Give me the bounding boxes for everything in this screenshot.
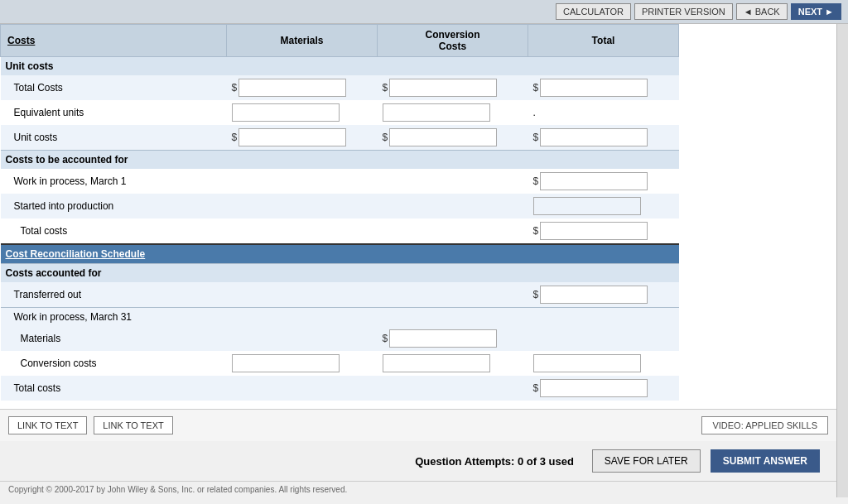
- unit-costs-conversion-cell: $: [378, 125, 528, 151]
- transferred-total-cell: $: [528, 282, 679, 308]
- bottom-links-bar: LINK TO TEXT LINK TO TEXT VIDEO: APPLIED…: [0, 409, 836, 441]
- video-applied-skills-button[interactable]: VIDEO: APPLIED SKILLS: [701, 416, 828, 434]
- total-costs-bottom-label: Total costs: [1, 376, 227, 401]
- unit-costs-total-input[interactable]: [540, 128, 648, 146]
- costs-to-account-section-header: Costs to be accounted for: [1, 151, 679, 170]
- total-costs-materials-input[interactable]: [238, 79, 346, 97]
- materials-sub-label: Materials: [1, 326, 227, 351]
- equivalent-units-conversion-cell: [378, 100, 528, 125]
- equivalent-units-materials-input[interactable]: [232, 103, 340, 122]
- total-costs-total-cell: $: [528, 75, 679, 100]
- cost-table: Costs Materials ConversionCosts Total Un…: [0, 24, 679, 401]
- started-into-production-row: Started into production: [1, 194, 679, 218]
- dollar-sign-11: $: [533, 382, 539, 394]
- work-in-process-march1-row: Work in process, March 1 $: [1, 169, 679, 194]
- printer-version-button[interactable]: PRINTER VERSION: [634, 3, 733, 20]
- unit-costs-materials-input[interactable]: [238, 128, 346, 146]
- transferred-out-label: Transferred out: [1, 282, 227, 308]
- table-header-row: Costs Materials ConversionCosts Total: [1, 25, 679, 57]
- total-costs-total-input[interactable]: [540, 79, 648, 97]
- back-button[interactable]: ◄ BACK: [736, 3, 788, 20]
- cost-reconciliation-header: Cost Reconciliation Schedule: [1, 244, 679, 264]
- dollar-sign-10: $: [383, 333, 388, 344]
- wip-march1-total-input[interactable]: [540, 172, 648, 190]
- wip-march1-materials-cell: [227, 169, 378, 194]
- materials-header: Materials: [227, 25, 378, 57]
- total-accounted-materials-cell: [227, 218, 378, 244]
- equivalent-units-conversion-input[interactable]: [383, 103, 490, 122]
- conversion-sub-total-cell: [528, 351, 679, 376]
- equivalent-units-materials-cell: [227, 100, 378, 125]
- work-in-process-march1-label: Work in process, March 1: [1, 169, 227, 194]
- conversion-sub-materials-input[interactable]: [232, 354, 340, 372]
- link-to-text-button-2[interactable]: LINK TO TEXT: [94, 416, 172, 434]
- next-button[interactable]: NEXT ►: [791, 3, 841, 20]
- costs-header: Costs: [1, 25, 227, 57]
- conversion-sub-total-input[interactable]: [533, 354, 641, 372]
- transferred-total-input[interactable]: [540, 286, 648, 304]
- unit-costs-section-header: Unit costs: [1, 57, 679, 76]
- unit-costs-materials-cell: $: [227, 125, 378, 151]
- dollar-sign-6: $: [533, 132, 539, 143]
- total-costs-materials-cell: $: [227, 75, 378, 100]
- dollar-sign-7: $: [533, 175, 539, 187]
- materials-sub-conversion-input[interactable]: [389, 329, 497, 348]
- total-bottom-conversion-cell: [378, 376, 528, 401]
- unit-costs-row: Unit costs $ $: [1, 125, 679, 151]
- footer-bar: Question Attempts: 0 of 3 used SAVE FOR …: [0, 441, 836, 481]
- total-accounted-total-cell: $: [528, 218, 679, 244]
- total-bottom-materials-cell: [227, 376, 378, 401]
- unit-costs-label: Unit costs: [1, 125, 227, 151]
- conversion-costs-sub-label: Conversion costs: [1, 351, 227, 376]
- total-costs-row: Total Costs $ $: [1, 75, 679, 100]
- link-to-text-button-1[interactable]: LINK TO TEXT: [8, 416, 87, 434]
- dollar-sign-2: $: [383, 82, 388, 94]
- transferred-out-row: Transferred out $: [1, 282, 679, 308]
- submit-answer-button[interactable]: SUBMIT ANSWER: [711, 449, 820, 473]
- dollar-sign-9: $: [533, 289, 539, 300]
- equivalent-units-label: Equivalent units: [1, 100, 227, 125]
- total-costs-accounted-label: Total costs: [1, 218, 227, 244]
- conversion-sub-conversion-cell: [378, 351, 528, 376]
- total-header: Total: [528, 25, 679, 57]
- started-conversion-cell: [378, 194, 528, 218]
- materials-sub-row: Materials $: [1, 326, 679, 351]
- wip-march1-total-cell: $: [528, 169, 679, 194]
- total-costs-bottom-row: Total costs $: [1, 376, 679, 401]
- total-accounted-conversion-cell: [378, 218, 528, 244]
- costs-accounted-section-header: Costs accounted for: [1, 264, 679, 283]
- wip-march1-conversion-cell: [378, 169, 528, 194]
- total-costs-accounted-row: Total costs $: [1, 218, 679, 244]
- total-costs-conversion-cell: $: [378, 75, 528, 100]
- dollar-sign-1: $: [232, 82, 238, 94]
- dollar-sign-8: $: [533, 225, 539, 237]
- started-materials-cell: [227, 194, 378, 218]
- toolbar: CALCULATOR PRINTER VERSION ◄ BACK NEXT ►: [0, 0, 848, 24]
- dollar-sign-5: $: [383, 132, 388, 143]
- dollar-sign-4: $: [232, 132, 238, 143]
- unit-costs-conversion-input[interactable]: [389, 128, 497, 146]
- transferred-conversion-cell: [378, 282, 528, 308]
- total-accounted-total-input[interactable]: [540, 222, 648, 240]
- unit-costs-total-cell: $: [528, 125, 679, 151]
- total-bottom-total-input[interactable]: [540, 379, 648, 397]
- equivalent-units-total-cell: .: [528, 100, 679, 125]
- conversion-sub-conversion-input[interactable]: [383, 354, 490, 372]
- wip-march31-section-header: Work in process, March 31: [1, 308, 679, 327]
- calculator-button[interactable]: CALCULATOR: [556, 3, 631, 20]
- scrollbar[interactable]: [836, 24, 848, 497]
- copyright-text: Copyright © 2000-2017 by John Wiley & So…: [0, 481, 836, 497]
- question-attempts-text: Question Attempts: 0 of 3 used: [415, 455, 574, 468]
- total-costs-conversion-input[interactable]: [389, 79, 497, 97]
- total-bottom-total-cell: $: [528, 376, 679, 401]
- save-for-later-button[interactable]: SAVE FOR LATER: [592, 449, 701, 473]
- conversion-sub-materials-cell: [227, 351, 378, 376]
- dollar-sign-3: $: [533, 82, 539, 94]
- total-costs-label: Total Costs: [1, 75, 227, 100]
- materials-sub-total-cell: [528, 326, 679, 351]
- transferred-materials-cell: [227, 282, 378, 308]
- started-total-cell: [528, 194, 679, 218]
- conversion-costs-sub-row: Conversion costs: [1, 351, 679, 376]
- conversion-header: ConversionCosts: [378, 25, 528, 57]
- started-total-input[interactable]: [533, 197, 641, 215]
